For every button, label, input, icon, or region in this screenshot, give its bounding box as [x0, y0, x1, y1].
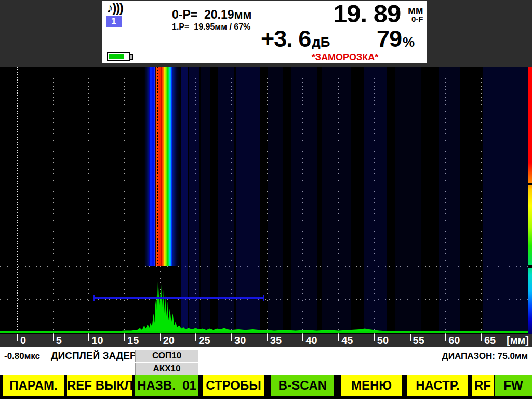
- param-button[interactable]: ПАРАМ.: [3, 375, 64, 396]
- x-axis: [мм] 05101520253035404550556065: [0, 334, 532, 347]
- dropdown-item-akh10[interactable]: АКХ10: [135, 363, 198, 375]
- axis-tick-label: 10: [91, 335, 103, 347]
- main-measurement-value: 19. 89: [333, 1, 401, 26]
- axis-tick-label: 25: [198, 335, 210, 347]
- axis-unit-label: [мм]: [507, 335, 529, 347]
- axis-tickmark: [302, 334, 303, 341]
- settings-button[interactable]: НАСТР.: [407, 375, 468, 396]
- channel-badge: 1: [106, 16, 122, 27]
- axis-tickmark: [410, 334, 411, 341]
- softkey-button-row: ПАРАМ. REF ВЫКЛ НАЗВ._01 СТРОБЫ B-SCAN М…: [0, 375, 532, 399]
- axis-tickmark: [267, 334, 268, 341]
- amplitude-unit: %: [403, 35, 415, 49]
- axis-tickmark: [88, 334, 89, 341]
- gain-readout: +3. 6 дБ: [261, 27, 330, 50]
- axis-tick-label: 0: [20, 335, 26, 347]
- axis-tickmark: [195, 334, 196, 341]
- flaw-detector-screen: ♪))) 1 0-P= 20.19мм 1.P= 19.95мм / 67% 1…: [0, 0, 532, 399]
- gain-value: +3. 6: [261, 27, 311, 50]
- colorbar-notch: [528, 183, 532, 185]
- main-mode: 0-F: [411, 15, 423, 23]
- gate-start-cap: [93, 295, 95, 301]
- axis-tickmark: [481, 334, 482, 341]
- bscan-button[interactable]: B-SCAN: [271, 375, 334, 396]
- axis-tickmark: [445, 334, 446, 341]
- axis-tick-label: 35: [270, 335, 282, 347]
- axis-tick-label: 40: [305, 335, 317, 347]
- rf-button[interactable]: RF: [472, 375, 494, 396]
- menu-button[interactable]: МЕНЮ: [341, 375, 402, 396]
- scan-plot-area: [0, 66, 532, 334]
- ascan-signal: [0, 66, 532, 334]
- axis-tickmark: [160, 334, 161, 341]
- ascan-baseline: [0, 331, 532, 333]
- config-name-dropdown: СОП10 АКХ10: [135, 350, 198, 376]
- gain-unit: дБ: [312, 35, 330, 49]
- fw-button[interactable]: FW: [495, 375, 532, 396]
- axis-tick-label: 60: [448, 335, 460, 347]
- ref-off-button[interactable]: REF ВЫКЛ: [67, 375, 132, 396]
- axis-tick-label: 65: [484, 335, 496, 347]
- config-name-button[interactable]: НАЗВ._01: [135, 375, 198, 396]
- gates-button[interactable]: СТРОБЫ: [203, 375, 264, 396]
- freeze-status: *ЗАМОРОЗКА*: [300, 52, 390, 63]
- axis-tickmark: [231, 334, 232, 341]
- amplitude-readout: 79 %: [377, 27, 415, 50]
- axis-tick-label: 20: [163, 335, 175, 347]
- speaker-icon: ♪))): [107, 0, 123, 16]
- battery-icon: [107, 52, 130, 61]
- colorbar-notch: [528, 265, 532, 268]
- measurement-header-panel: ♪))) 1 0-P= 20.19мм 1.P= 19.95мм / 67% 1…: [102, 1, 427, 63]
- battery-terminal: [129, 54, 133, 60]
- dropdown-item-sop10[interactable]: СОП10: [135, 350, 198, 362]
- main-measurement-units: мм 0-F: [408, 5, 423, 23]
- top-zone: ♪))) 1 0-P= 20.19мм 1.P= 19.95мм / 67% 1…: [0, 0, 532, 66]
- axis-tickmark: [374, 334, 375, 341]
- range-readout: ДИАПАЗОН: 75.0мм: [442, 351, 528, 362]
- axis-tick-label: 50: [377, 335, 389, 347]
- axis-tickmark: [338, 334, 339, 341]
- axis-tickmark: [124, 334, 125, 341]
- axis-tickmark: [53, 334, 54, 341]
- display-delay-value: -0.80мкс: [4, 351, 40, 362]
- amplitude-colorbar: [528, 66, 532, 334]
- main-unit: мм: [408, 5, 423, 15]
- reading-line1: 0-P= 20.19мм: [172, 8, 252, 22]
- gate-line: [94, 297, 263, 299]
- axis-tick-label: 45: [341, 335, 353, 347]
- status-bar: -0.80мкс ДИСПЛЕЙ ЗАДЕРЖК ДИАПАЗОН: 75.0м…: [0, 347, 532, 375]
- amplitude-value: 79: [377, 27, 402, 50]
- axis-tick-label: 5: [56, 335, 62, 347]
- axis-tickmark: [17, 334, 18, 341]
- axis-tick-label: 30: [234, 335, 246, 347]
- battery-fill: [109, 54, 124, 59]
- gate-end-cap: [263, 295, 264, 301]
- axis-tick-label: 55: [413, 335, 424, 347]
- reading-line2: 1.P= 19.95мм / 67%: [172, 22, 250, 32]
- axis-tick-label: 15: [127, 335, 139, 347]
